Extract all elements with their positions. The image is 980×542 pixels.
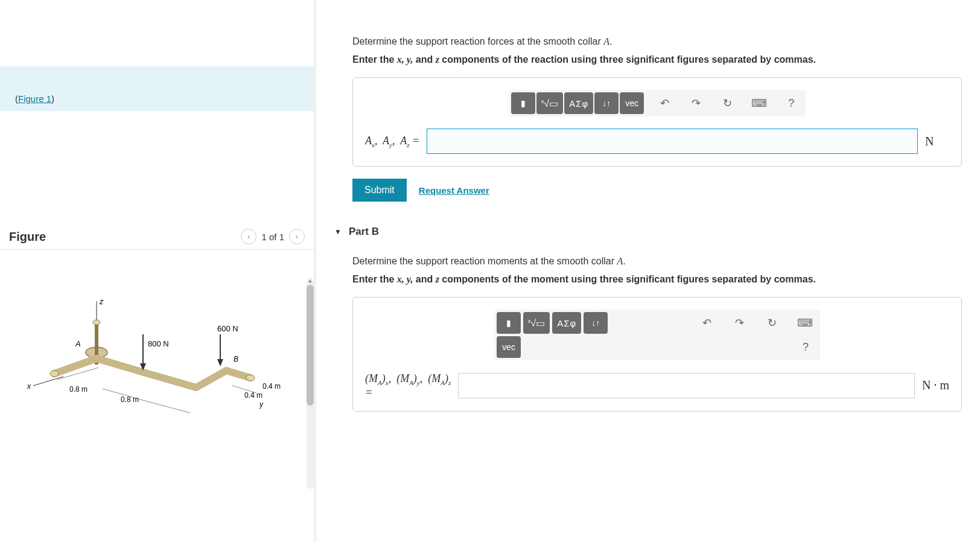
figure-prev-button[interactable]: ‹ [241, 229, 256, 244]
part-b-header[interactable]: ▼ Part B [334, 226, 962, 238]
force-2-label: 600 N [217, 324, 238, 333]
figure-header: Figure ‹ 1 of 1 › [0, 229, 314, 250]
part-a-toolbar: ▮ x√▭ ΑΣφ ↓↑ vec ↶ ↷ ↻ ⌨ ? [509, 90, 806, 116]
part-b-toolbar: ▮ x√▭ ΑΣφ ↓↑ ↶ ↷ ↻ ⌨ vec ? [494, 310, 820, 360]
keyboard-icon[interactable]: ⌨ [746, 92, 772, 114]
help-icon[interactable]: ? [779, 92, 803, 114]
undo-icon[interactable]: ↶ [695, 312, 719, 334]
template-icon[interactable]: ▮ [497, 312, 521, 334]
arrows-icon[interactable]: ↓↑ [594, 92, 619, 114]
dim-1-label: 0.8 m [69, 385, 88, 394]
part-b-answer-label: (MA)x, (MA)y, (MA)z= [365, 372, 451, 399]
collapse-icon: ▼ [334, 228, 342, 236]
figure-next-button[interactable]: › [289, 229, 305, 244]
left-scrollbar[interactable]: ▲ [307, 278, 314, 489]
dim-4-label: 0.4 m [244, 391, 262, 400]
force-1-label: 800 N [148, 339, 169, 348]
part-a-answer-box: ▮ x√▭ ΑΣφ ↓↑ vec ↶ ↷ ↻ ⌨ ? Ax, Ay, Az = … [352, 77, 962, 167]
dim-3-label: 0.4 m [262, 382, 281, 391]
figure-image-container: z x y A 800 N [0, 250, 314, 439]
part-a-question: Determine the support reaction forces at… [352, 36, 962, 47]
request-answer-link[interactable]: Request Answer [419, 185, 489, 196]
svg-line-1 [33, 377, 63, 386]
right-panel: Determine the support reaction forces at… [316, 0, 980, 542]
keyboard-icon[interactable]: ⌨ [792, 312, 818, 334]
svg-marker-10 [217, 359, 223, 366]
part-b-instruction: Enter the x, y, and z components of the … [352, 274, 962, 285]
greek-letters-button[interactable]: ΑΣφ [564, 92, 593, 114]
arrows-icon[interactable]: ↓↑ [584, 312, 608, 334]
submit-button[interactable]: Submit [352, 179, 407, 202]
left-panel: (Figure 1) Figure ‹ 1 of 1 › z x y A [0, 0, 314, 542]
part-b-answer-input[interactable] [458, 373, 915, 398]
svg-line-13 [145, 401, 190, 413]
point-a-label: A [75, 339, 81, 348]
part-b-title: Part B [349, 226, 379, 238]
part-b-answer-row: (MA)x, (MA)y, (MA)z= N · m [365, 372, 949, 399]
part-a-actions: Submit Request Answer [352, 179, 962, 202]
help-icon[interactable]: ? [794, 336, 818, 358]
part-b-unit: N · m [922, 378, 949, 392]
axis-y-label: y [259, 400, 264, 409]
svg-point-6 [246, 375, 255, 381]
sqrt-icon[interactable]: x√▭ [523, 312, 550, 334]
axis-z-label: z [99, 298, 104, 306]
reset-icon[interactable]: ↻ [715, 92, 739, 114]
figure-nav-text: 1 of 1 [261, 232, 284, 242]
vec-button[interactable]: vec [620, 92, 644, 114]
sqrt-icon[interactable]: x√▭ [536, 92, 563, 114]
part-a-answer-label: Ax, Ay, Az = [365, 135, 419, 148]
pipe-diagram: z x y A 800 N [9, 268, 287, 419]
figure-link[interactable]: Figure 1 [18, 94, 51, 104]
point-b-label: B [234, 355, 238, 363]
part-a-unit: N [925, 135, 949, 148]
template-icon[interactable]: ▮ [511, 92, 535, 114]
figure-reference-box: (Figure 1) [0, 66, 314, 111]
reset-icon[interactable]: ↻ [760, 312, 784, 334]
vec-button[interactable]: vec [497, 336, 521, 358]
undo-icon[interactable]: ↶ [652, 92, 676, 114]
axis-x-label: x [27, 382, 31, 391]
part-b-answer-box: ▮ x√▭ ΑΣφ ↓↑ ↶ ↷ ↻ ⌨ vec ? [352, 297, 962, 412]
redo-icon[interactable]: ↷ [727, 312, 751, 334]
left-scrollbar-thumb[interactable] [307, 285, 314, 406]
svg-point-5 [50, 371, 59, 377]
redo-icon[interactable]: ↷ [684, 92, 708, 114]
part-a-answer-row: Ax, Ay, Az = N [365, 129, 949, 154]
part-b-question: Determine the support reaction moments a… [352, 256, 962, 267]
figure-nav: ‹ 1 of 1 › [241, 229, 305, 244]
part-a-answer-input[interactable] [427, 129, 918, 154]
svg-point-4 [93, 320, 100, 325]
figure-title: Figure [9, 230, 46, 244]
greek-letters-button[interactable]: ΑΣφ [552, 312, 581, 334]
part-a-instruction: Enter the x, y, and z components of the … [352, 54, 962, 65]
